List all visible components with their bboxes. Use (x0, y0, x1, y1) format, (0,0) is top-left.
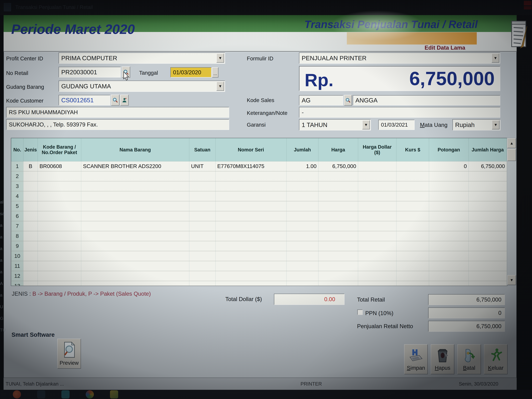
item-cell[interactable] (396, 281, 429, 286)
item-cell[interactable] (358, 201, 396, 211)
item-cell[interactable] (429, 181, 469, 191)
item-cell[interactable] (23, 261, 38, 271)
item-cell[interactable]: B (23, 161, 38, 171)
item-cell[interactable] (189, 191, 215, 201)
item-cell[interactable] (23, 211, 38, 221)
customer-name-field[interactable]: RS PKU MUHAMMADIYAH (6, 107, 229, 118)
item-cell[interactable] (358, 191, 396, 201)
item-cell[interactable] (189, 251, 215, 261)
item-cell[interactable] (215, 171, 286, 181)
item-cell[interactable] (38, 281, 81, 286)
item-cell[interactable] (396, 221, 429, 231)
item-cell[interactable] (38, 261, 81, 271)
garansi-until-field[interactable]: 01/03/2021 (378, 120, 415, 130)
notepad-edit-icon[interactable] (510, 17, 529, 50)
row-number-cell[interactable]: 1 (11, 161, 23, 171)
item-cell[interactable] (23, 281, 38, 286)
customer-address-field[interactable]: SUKOHARJO, , , Telp. 593979 Fax. (6, 119, 229, 130)
item-cell[interactable] (358, 181, 396, 191)
item-cell[interactable] (286, 241, 318, 251)
sales-name-field[interactable]: ANGGA (353, 95, 500, 105)
item-cell[interactable] (318, 191, 358, 201)
item-cell[interactable] (38, 211, 81, 221)
item-cell[interactable] (469, 201, 507, 211)
item-cell[interactable]: 6,750,000 (318, 161, 358, 171)
keterangan-input[interactable]: - (299, 107, 500, 118)
item-cell[interactable] (189, 211, 215, 221)
sales-search-button[interactable] (344, 95, 352, 106)
scroll-down-button[interactable]: ▼ (507, 275, 516, 285)
customer-lookup-button[interactable] (120, 95, 129, 106)
item-cell[interactable]: E77670M8X114075 (215, 161, 286, 171)
item-cell[interactable] (429, 171, 469, 181)
item-cell[interactable] (318, 201, 358, 211)
item-cell[interactable] (23, 201, 38, 211)
taskbar-app-icon[interactable] (61, 390, 70, 399)
item-cell[interactable] (358, 231, 396, 241)
item-cell[interactable] (429, 221, 469, 231)
item-cell[interactable] (23, 181, 38, 191)
item-cell[interactable] (81, 281, 189, 286)
table-scrollbar[interactable]: ▲ ▼ (507, 138, 516, 285)
batal-button[interactable]: Batal (457, 344, 481, 374)
item-cell[interactable] (469, 211, 507, 221)
row-number-cell[interactable]: 9 (11, 241, 23, 251)
item-cell[interactable] (396, 171, 429, 181)
item-cell[interactable] (396, 271, 429, 281)
item-cell[interactable] (469, 221, 507, 231)
item-cell[interactable] (23, 191, 38, 201)
item-cell[interactable] (469, 251, 507, 261)
item-cell[interactable] (429, 261, 469, 271)
item-cell[interactable] (358, 171, 396, 181)
hapus-button[interactable]: Hapus (431, 344, 454, 374)
item-cell[interactable] (81, 171, 189, 181)
item-cell[interactable] (189, 281, 215, 286)
item-cell[interactable] (318, 171, 358, 181)
item-cell[interactable] (396, 211, 429, 221)
taskbar-app-icon[interactable] (37, 390, 45, 399)
row-number-cell[interactable]: 3 (11, 181, 23, 191)
item-cell[interactable] (189, 241, 215, 251)
item-cell[interactable] (286, 191, 318, 201)
item-cell[interactable] (358, 251, 396, 261)
item-cell[interactable] (358, 221, 396, 231)
item-cell[interactable] (396, 251, 429, 261)
kode-customer-input[interactable]: CS0012651 (59, 95, 110, 105)
item-cell[interactable] (469, 231, 507, 241)
item-cell[interactable] (215, 201, 286, 211)
item-cell[interactable] (38, 241, 81, 251)
item-cell[interactable] (286, 261, 318, 271)
item-cell[interactable] (215, 221, 286, 231)
item-cell[interactable] (23, 271, 38, 281)
item-cell[interactable]: SCANNER BROTHER ADS2200 (81, 161, 189, 171)
item-cell[interactable] (286, 251, 318, 261)
item-cell[interactable] (81, 231, 189, 241)
item-cell[interactable] (286, 211, 318, 221)
item-cell[interactable] (215, 211, 286, 221)
item-cell[interactable] (215, 261, 286, 271)
item-cell[interactable] (358, 161, 396, 171)
customer-search-button[interactable] (111, 95, 120, 106)
item-cell[interactable] (358, 211, 396, 221)
preview-button[interactable]: Preview (57, 339, 81, 369)
item-cell[interactable] (81, 211, 189, 221)
item-cell[interactable] (286, 181, 318, 191)
row-number-cell[interactable]: 12 (11, 271, 23, 281)
item-cell[interactable] (469, 191, 507, 201)
item-cell[interactable] (429, 231, 469, 241)
scroll-thumb[interactable] (507, 149, 516, 161)
item-cell[interactable] (286, 221, 318, 231)
keluar-button[interactable]: Keluar (484, 344, 507, 374)
item-cell[interactable] (189, 231, 215, 241)
item-cell[interactable] (215, 231, 286, 241)
row-number-cell[interactable]: 8 (11, 231, 23, 241)
item-cell[interactable] (396, 261, 429, 271)
row-number-cell[interactable]: 6 (11, 211, 23, 221)
item-cell[interactable] (318, 241, 358, 251)
tanggal-input[interactable]: 01/03/2020 (170, 67, 211, 77)
item-cell[interactable] (38, 201, 81, 211)
chevron-down-icon[interactable]: ▼ (216, 53, 224, 63)
item-cell[interactable] (358, 271, 396, 281)
item-cell[interactable] (469, 171, 507, 181)
item-cell[interactable] (358, 241, 396, 251)
